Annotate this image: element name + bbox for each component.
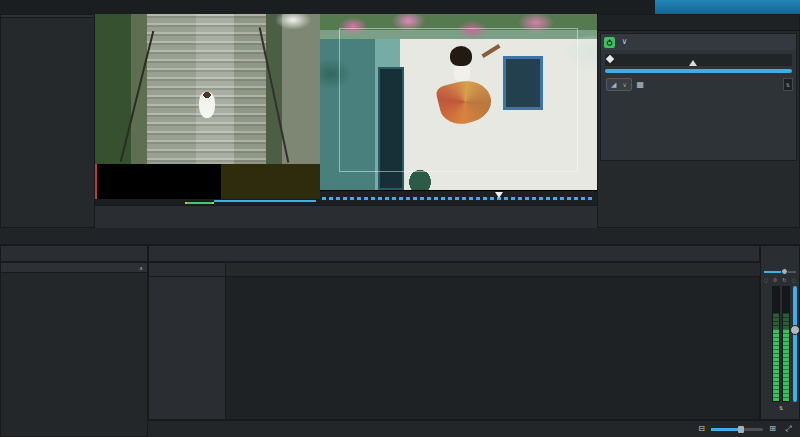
- meter-left: [772, 286, 780, 402]
- keyframe-grid-icon[interactable]: ▦: [634, 78, 647, 91]
- track-headers: [149, 277, 226, 419]
- stairs: [147, 14, 266, 164]
- person-figure: [199, 92, 215, 118]
- clip-monitor: [95, 14, 320, 228]
- keyframe-position-marker: [689, 60, 697, 66]
- zone-overlay: [221, 164, 320, 199]
- effect-card-header: ∨: [601, 34, 796, 50]
- kdenlive-window: ∨ ◢ ∨ ▦ ⇅: [0, 0, 800, 437]
- workspace-switcher: [655, 0, 800, 14]
- effect-stack-panel: ∨ ◢ ∨ ▦ ⇅: [597, 14, 800, 228]
- project-monitor-video: [320, 14, 597, 190]
- audio-mixer: ◌0↻◌ ⇅: [760, 245, 800, 420]
- timeline-toolbar: [148, 245, 760, 262]
- keyframe-toolbar: ◢ ∨ ▦ ⇅: [604, 77, 793, 92]
- keyframe-ruler[interactable]: [605, 54, 792, 66]
- project-monitor-ruler[interactable]: [320, 190, 597, 205]
- clip-monitor-video: [95, 14, 320, 164]
- meter-right: [782, 286, 790, 402]
- keyframe-diamond[interactable]: [606, 55, 614, 63]
- track-lanes: [226, 277, 761, 419]
- gain-value[interactable]: ⇅: [761, 402, 799, 413]
- fit-zoom-icon[interactable]: ⤢: [782, 423, 795, 436]
- clip-monitor-audio-waveform[interactable]: [95, 164, 320, 199]
- effects-panel: [0, 14, 95, 228]
- zone-in-marker: [95, 164, 97, 199]
- master-track-button[interactable]: [149, 263, 226, 277]
- reset-icon[interactable]: ↻: [782, 277, 786, 283]
- project-monitor-toolbar: [320, 205, 597, 228]
- volume-slider[interactable]: [793, 286, 797, 402]
- collapse-effect-icon[interactable]: ∨: [618, 36, 631, 49]
- effect-card: ∨ ◢ ∨ ▦ ⇅: [600, 33, 797, 161]
- status-bar: ⊟ ⊞ ⤢: [148, 420, 800, 437]
- effect-stack-header: [598, 15, 799, 31]
- dock-tab-bar: [0, 228, 800, 245]
- interpolation-select[interactable]: ◢ ∨: [606, 78, 632, 91]
- monitor-playhead[interactable]: [495, 192, 503, 198]
- meter-icon: ◌: [764, 277, 768, 283]
- safe-area-guides: [339, 28, 577, 172]
- bin-name-header[interactable]: ∧: [1, 263, 147, 273]
- keyframe-zoombar[interactable]: [605, 69, 792, 73]
- timeline-zoom-slider[interactable]: [711, 428, 763, 431]
- clip-monitor-toolbar: [95, 205, 320, 228]
- effects-category-list: [1, 18, 94, 26]
- timeline: [148, 262, 760, 420]
- keyframe-timecode[interactable]: ⇅: [783, 78, 793, 91]
- level-meters: [763, 286, 797, 402]
- project-bin: ∧: [0, 262, 148, 437]
- sort-indicator-icon[interactable]: ∧: [139, 265, 143, 271]
- zoom-out-icon[interactable]: ⊟: [695, 423, 708, 436]
- zoom-in-icon[interactable]: ⊞: [766, 423, 779, 436]
- bin-toolbar: [0, 245, 148, 262]
- mixer-title: [761, 246, 799, 255]
- project-monitor: [320, 14, 597, 228]
- timeline-ruler[interactable]: [226, 263, 761, 277]
- balance-slider[interactable]: [764, 268, 796, 276]
- effect-enable-toggle[interactable]: [604, 37, 615, 48]
